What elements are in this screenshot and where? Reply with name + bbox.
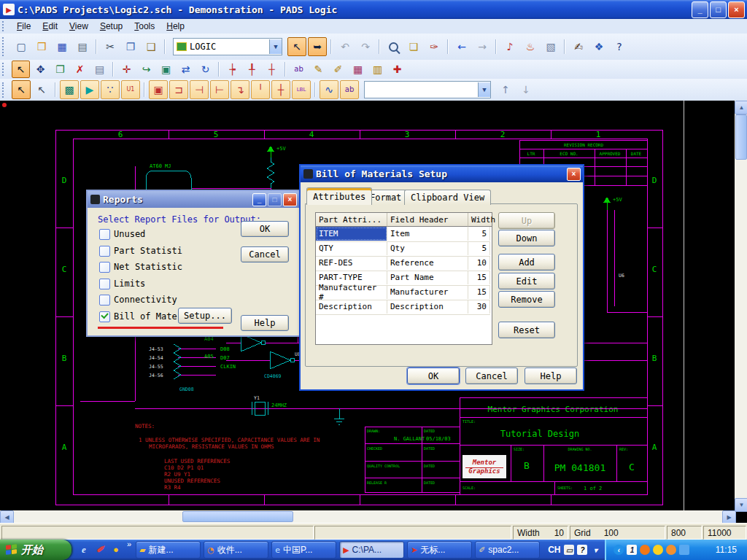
scheme-combobox[interactable]: LOGIC ▼ xyxy=(173,38,282,55)
cell-header[interactable]: Reference xyxy=(387,256,468,270)
title-bar[interactable]: ▶ C:\PADS Projects\Logic2.sch - Demonstr… xyxy=(0,0,747,19)
zoom-icon[interactable] xyxy=(384,37,403,56)
swap-pins-icon[interactable]: ↻ xyxy=(196,61,214,78)
part-properties-icon[interactable]: ▤ xyxy=(90,61,109,78)
cancel-button[interactable]: Cancel xyxy=(465,368,518,384)
new-field-icon[interactable]: ✚ xyxy=(388,61,406,78)
menu-tools[interactable]: Tools xyxy=(128,20,160,33)
previous-sheet-icon[interactable]: ← xyxy=(452,37,471,56)
help-icon[interactable]: ? xyxy=(610,37,629,56)
add-gate-icon[interactable]: ▶ xyxy=(80,80,99,99)
horizontal-scroll-thumb[interactable] xyxy=(182,511,293,522)
properties-icon[interactable]: ▧ xyxy=(541,37,560,56)
checkbox-label[interactable]: Part Statisti xyxy=(114,246,182,256)
chevron-down-icon[interactable]: ▼ xyxy=(269,39,282,54)
cancel-button[interactable]: Cancel xyxy=(241,246,289,262)
player-quicklaunch-icon[interactable]: ● xyxy=(110,544,122,556)
messenger-tray-icon[interactable] xyxy=(653,545,663,555)
toolbar-grip[interactable] xyxy=(2,37,7,55)
task-pads[interactable]: ▶C:\PA... xyxy=(339,541,404,559)
cell-attr[interactable]: Manufacturer # xyxy=(316,285,387,299)
maximize-button[interactable]: □ xyxy=(710,1,727,18)
checkbox-limits[interactable] xyxy=(99,279,110,289)
keyboard-tray-icon[interactable]: ▭ xyxy=(564,545,574,555)
menu-edit[interactable]: Edit xyxy=(36,20,63,33)
cell-attr[interactable]: ITEM xyxy=(316,227,387,241)
checkbox-label[interactable]: Net Statistic xyxy=(114,262,182,272)
delete-icon[interactable]: ✗ xyxy=(71,61,89,78)
net-name-combobox[interactable]: ▼ xyxy=(364,81,491,98)
undo-icon[interactable]: ↶ xyxy=(336,37,355,56)
net-navigator-icon[interactable]: ♪ xyxy=(500,37,519,56)
redo-icon[interactable]: ↷ xyxy=(356,37,375,56)
restore-tray-icon[interactable]: ‹ xyxy=(614,545,624,555)
spreadsheet-icon[interactable]: ▦ xyxy=(349,61,367,78)
paste-part-icon[interactable]: ▣ xyxy=(157,61,175,78)
checkbox-connectivity[interactable] xyxy=(99,295,110,306)
sheet-icon[interactable]: ❏ xyxy=(404,37,423,56)
junction-icon[interactable]: ┼ xyxy=(271,80,290,99)
task-ie-page[interactable]: e中国P... xyxy=(271,541,336,559)
cell-width[interactable]: 15 xyxy=(468,271,490,284)
minimize-button[interactable]: _ xyxy=(252,193,266,206)
markup-icon[interactable]: ✐ xyxy=(329,61,347,78)
menu-grip[interactable] xyxy=(2,21,7,31)
column-header[interactable]: Width xyxy=(468,213,492,227)
paste-icon[interactable]: ❑ xyxy=(142,37,160,56)
minimize-button[interactable]: _ xyxy=(692,1,708,18)
pin-vertical-icon[interactable]: ╵ xyxy=(251,80,270,99)
column-header[interactable]: Field Header xyxy=(387,213,468,227)
start-button[interactable]: 开始 xyxy=(0,540,71,560)
quick-launch-chevron[interactable]: » xyxy=(127,540,131,548)
table-row[interactable]: REF-DES Reference 10 xyxy=(316,256,490,271)
table-row[interactable]: ITEM Item 5 xyxy=(316,227,490,242)
list-down-icon[interactable]: ↓ xyxy=(516,80,535,99)
cell-header[interactable]: Item xyxy=(387,227,468,241)
selection-mode-icon[interactable]: ➥ xyxy=(308,37,327,56)
net-cross-icon[interactable]: ┼ xyxy=(263,61,281,78)
cut-icon[interactable]: ✂ xyxy=(101,37,120,56)
ref-designator-icon[interactable]: U1 xyxy=(121,80,140,99)
cell-width[interactable]: 5 xyxy=(468,241,490,255)
list-up-icon[interactable]: ↑ xyxy=(496,80,515,99)
checkbox-part-statistics[interactable] xyxy=(99,246,110,257)
toolbar-grip[interactable] xyxy=(2,63,7,76)
reports-title-bar[interactable]: Reports _ □ × xyxy=(88,191,299,208)
toolbar-grip[interactable] xyxy=(2,82,7,98)
pin-right-icon[interactable]: ⊢ xyxy=(210,80,229,99)
ball-tray-icon[interactable] xyxy=(640,545,650,555)
updates-tray-icon[interactable]: 1 xyxy=(627,545,637,555)
close-button[interactable]: × xyxy=(728,1,745,18)
cell-width[interactable]: 30 xyxy=(468,300,490,314)
pin-left-icon[interactable]: ⊣ xyxy=(190,80,209,99)
vertical-scrollbar[interactable]: ▲ ▼ xyxy=(735,101,747,510)
cell-width[interactable]: 15 xyxy=(468,285,490,299)
label-icon[interactable]: LBL xyxy=(292,80,311,99)
add-port-icon[interactable]: ⊐ xyxy=(169,80,188,99)
checkbox-label[interactable]: Unused xyxy=(114,229,145,239)
help-button[interactable]: Help xyxy=(241,315,289,331)
ok-button[interactable]: OK xyxy=(241,221,289,237)
next-sheet-icon[interactable]: → xyxy=(473,37,492,56)
duplicate-icon[interactable]: ❐ xyxy=(51,61,69,78)
close-icon[interactable]: × xyxy=(283,193,297,206)
edit-button[interactable]: Edit xyxy=(498,273,555,289)
menu-file[interactable]: File xyxy=(11,20,36,33)
tab-clipboard-view[interactable]: Clipboard View xyxy=(404,190,491,205)
net-dots-icon[interactable]: ∵ xyxy=(101,80,120,99)
close-icon[interactable]: × xyxy=(567,168,581,181)
scroll-down-icon[interactable]: ▼ xyxy=(735,498,747,512)
cell-width[interactable]: 5 xyxy=(468,227,490,241)
task-spac2[interactable]: ✐spac2... xyxy=(475,541,540,559)
chevron-down-icon[interactable]: ▼ xyxy=(478,82,490,97)
net-tie-icon[interactable]: ┾ xyxy=(223,61,241,78)
cell-attr[interactable]: QTY xyxy=(316,241,387,255)
column-header[interactable]: Part Attri... xyxy=(316,213,387,227)
checkbox-unused[interactable] xyxy=(99,229,110,240)
tab-attributes[interactable]: Attributes xyxy=(306,187,372,205)
bus-select-icon[interactable]: ↖ xyxy=(32,80,51,99)
copy-icon[interactable]: ❐ xyxy=(121,37,140,56)
ie-quicklaunch-icon[interactable]: e xyxy=(78,544,90,556)
horizontal-scrollbar[interactable]: ◀ ▶ xyxy=(0,510,735,523)
ok-button[interactable]: OK xyxy=(407,368,460,384)
